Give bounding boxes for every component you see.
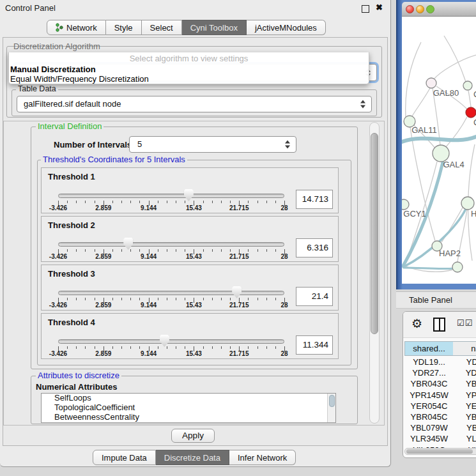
network-node[interactable] (402, 199, 409, 210)
number-of-intervals-spinner[interactable]: 5 (129, 136, 296, 153)
slider-track[interactable] (58, 291, 284, 295)
slider-tick (176, 346, 176, 349)
slider-tick (130, 298, 131, 300)
network-node[interactable] (463, 81, 472, 90)
close-traffic-light-icon[interactable] (406, 5, 414, 13)
slider-tick (257, 201, 258, 203)
network-node-label: HAP2 (439, 249, 461, 258)
scrollbar-thumb[interactable] (406, 449, 473, 454)
scrollbar-thumb[interactable] (371, 133, 378, 334)
slider-track[interactable] (58, 242, 284, 247)
attribute-list-item[interactable]: BetweennessCentrality (42, 413, 335, 422)
attribute-list-item[interactable]: TopologicalCoefficient (42, 403, 335, 413)
slider-tick (221, 346, 222, 349)
apply-button[interactable]: Apply (171, 429, 215, 443)
list-vertical-scrollbar[interactable] (327, 394, 335, 422)
cell-name: YPR1 (454, 390, 476, 401)
top-tab-bar: NetworkStyleSelectCyni ToolboxjActiveMNo… (47, 20, 326, 35)
tab-discretize-data[interactable]: Discretize Data (156, 450, 229, 465)
column-header-shared-name[interactable]: shared... (404, 341, 454, 356)
slider-tick (212, 249, 213, 252)
interval-definition-title: Interval Definition (36, 122, 104, 130)
slider-tick (95, 346, 95, 349)
slider-scale-label: -3.426 (49, 350, 67, 357)
tab-style[interactable]: Style (106, 20, 142, 35)
slider-tick (167, 298, 167, 300)
slider-tick (139, 249, 140, 252)
discretization-algorithm-title: Discretization Algorithm (12, 42, 102, 50)
slider-track[interactable] (58, 194, 284, 198)
network-node-label: GCY1 (403, 209, 426, 219)
slider-tick (275, 249, 276, 252)
tab-jactivemnodules[interactable]: jActiveMNodules (247, 20, 326, 35)
tab-select[interactable]: Select (142, 20, 182, 35)
cell-shared-name: YER054C (404, 401, 454, 411)
columns-icon[interactable] (433, 318, 445, 332)
slider-tick (266, 201, 267, 203)
cell-shared-name: YLR345W (404, 433, 454, 444)
float-window-icon[interactable] (362, 5, 369, 13)
tab-cyni-toolbox[interactable]: Cyni Toolbox (182, 20, 247, 35)
network-view-window[interactable]: GAL80GACGAL11GAL4GCY1HHAP2 (396, 0, 476, 289)
threshold-value-field[interactable]: 21.4 (296, 287, 333, 306)
threshold-value-field[interactable]: 6.316 (296, 238, 333, 257)
zoom-traffic-light-icon[interactable] (426, 5, 434, 13)
slider-tick (121, 201, 122, 203)
slider-scale-label: 2.859 (95, 350, 111, 357)
panel-vertical-scrollbar[interactable] (369, 122, 380, 424)
slider-tick (121, 346, 122, 349)
slider-tick (203, 249, 204, 252)
column-header-name[interactable]: na (453, 341, 476, 356)
slider-tick (230, 298, 231, 300)
slider-scale-label: 15.43 (186, 204, 202, 211)
tab-impute-data[interactable]: Impute Data (93, 450, 156, 465)
slider-track[interactable] (58, 339, 284, 344)
gear-icon[interactable]: ⚙ (411, 316, 422, 331)
threshold-value-field[interactable]: 11.344 (296, 335, 333, 355)
checkbox-icons[interactable]: ☑☑ (457, 318, 473, 328)
tab-label: Select (150, 20, 173, 35)
slider-tick (67, 201, 68, 203)
table-row[interactable]: YDR27...YDR2 (404, 367, 476, 378)
network-edge (445, 117, 467, 148)
minimize-traffic-light-icon[interactable] (416, 5, 424, 13)
close-icon[interactable]: ✖ (376, 3, 383, 12)
algorithm-prompt-item[interactable]: Select algorithm to view settings (9, 52, 369, 65)
table-horizontal-scrollbar[interactable] (404, 448, 476, 455)
network-node[interactable] (466, 107, 476, 118)
table-row[interactable]: YPR145WYPR1 (404, 390, 476, 401)
network-node[interactable] (461, 197, 474, 210)
table-data-combobox[interactable]: galFiltered.sif default node (17, 96, 372, 112)
network-node[interactable] (452, 262, 463, 272)
attribute-list-item[interactable]: SelfLoops (42, 394, 335, 403)
scrollbar-thumb[interactable] (329, 395, 335, 407)
slider-thumb[interactable] (232, 286, 242, 298)
network-canvas[interactable]: GAL80GACGAL11GAL4GCY1HHAP2 (402, 17, 476, 284)
table-row[interactable]: YLR345WYLR3 (404, 433, 476, 444)
network-node[interactable] (426, 78, 436, 88)
tab-network[interactable]: Network (47, 20, 106, 35)
slider-tick (176, 249, 176, 252)
slider-scale-label: 9.144 (141, 350, 157, 357)
table-row[interactable]: YER054CYER0 (404, 401, 476, 411)
slider-thumb[interactable] (123, 238, 133, 250)
slider-thumb[interactable] (184, 189, 194, 201)
slider-tick (212, 298, 213, 300)
numerical-attributes-list[interactable]: SelfLoopsTopologicalCoefficientBetweenne… (41, 393, 336, 423)
algorithm-option[interactable]: Manual Discretization (9, 65, 369, 74)
slider-tick (248, 298, 249, 300)
table-row[interactable]: YBL079WYBL0 (404, 422, 476, 433)
algorithm-option[interactable]: Equal Width/Frequency Discretization (9, 74, 369, 84)
slider-tick (167, 201, 167, 203)
table-row[interactable]: YBR043CYBR0 (404, 378, 476, 389)
threshold-value-field[interactable]: 14.713 (296, 190, 333, 209)
slider-scale-label: 21.715 (229, 253, 249, 260)
table-row[interactable]: YDL19...YDL1 (404, 357, 476, 367)
slider-tick (76, 249, 77, 252)
slider-scale-label: 28 (280, 350, 288, 357)
tab-infer-network[interactable]: Infer Network (229, 450, 296, 465)
slider-thumb[interactable] (160, 335, 169, 347)
slider-tick (275, 346, 276, 349)
slider-tick (203, 346, 204, 349)
table-row[interactable]: YBR045CYBR0 (404, 411, 476, 422)
